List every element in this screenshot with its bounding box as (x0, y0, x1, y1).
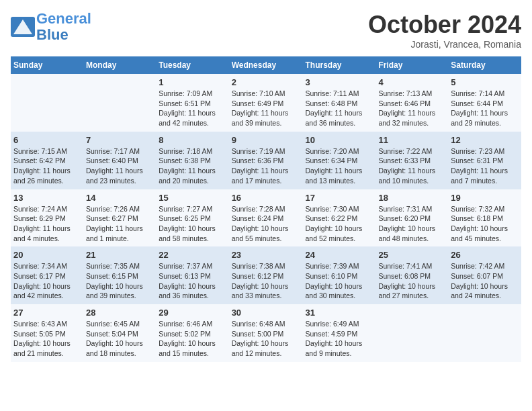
calendar-cell: 8Sunrise: 7:18 AMSunset: 6:38 PMDaylight… (156, 132, 228, 189)
calendar-cell: 14Sunrise: 7:26 AMSunset: 6:27 PMDayligh… (83, 189, 156, 247)
day-info: Sunrise: 7:39 AMSunset: 6:10 PMDaylight:… (306, 261, 373, 301)
calendar-cell: 25Sunrise: 7:41 AMSunset: 6:08 PMDayligh… (375, 246, 448, 304)
day-number: 8 (159, 135, 226, 145)
day-info: Sunrise: 6:45 AMSunset: 5:04 PMDaylight:… (86, 319, 153, 359)
day-number: 4 (378, 77, 445, 87)
calendar-cell: 2Sunrise: 7:10 AMSunset: 6:49 PMDaylight… (229, 74, 303, 132)
day-info: Sunrise: 7:11 AMSunset: 6:48 PMDaylight:… (306, 89, 373, 128)
day-number: 6 (13, 135, 81, 145)
title-block: October 2024 Jorasti, Vrancea, Romania (368, 11, 521, 50)
calendar-cell: 3Sunrise: 7:11 AMSunset: 6:48 PMDaylight… (303, 74, 376, 132)
day-number: 30 (232, 308, 300, 318)
calendar-cell (448, 304, 521, 362)
calendar-cell: 13Sunrise: 7:24 AMSunset: 6:29 PMDayligh… (11, 189, 83, 247)
calendar-cell: 18Sunrise: 7:31 AMSunset: 6:20 PMDayligh… (375, 189, 448, 247)
weekday-header-wednesday: Wednesday (229, 56, 303, 74)
calendar-cell: 31Sunrise: 6:49 AMSunset: 4:59 PMDayligh… (303, 304, 376, 362)
day-info: Sunrise: 7:42 AMSunset: 6:07 PMDaylight:… (451, 261, 519, 301)
calendar-cell: 30Sunrise: 6:48 AMSunset: 5:00 PMDayligh… (229, 304, 303, 362)
day-info: Sunrise: 7:38 AMSunset: 6:12 PMDaylight:… (232, 261, 300, 301)
calendar-cell: 26Sunrise: 7:42 AMSunset: 6:07 PMDayligh… (448, 246, 521, 304)
weekday-header-sunday: Sunday (11, 56, 83, 74)
calendar-cell: 23Sunrise: 7:38 AMSunset: 6:12 PMDayligh… (229, 246, 303, 304)
day-info: Sunrise: 7:19 AMSunset: 6:36 PMDaylight:… (232, 146, 300, 186)
day-info: Sunrise: 6:46 AMSunset: 5:02 PMDaylight:… (159, 319, 226, 359)
day-info: Sunrise: 7:17 AMSunset: 6:40 PMDaylight:… (86, 146, 153, 186)
day-number: 2 (232, 77, 300, 87)
day-number: 19 (451, 193, 519, 203)
calendar-cell: 20Sunrise: 7:34 AMSunset: 6:17 PMDayligh… (11, 246, 83, 304)
weekday-header-monday: Monday (83, 56, 156, 74)
day-number: 25 (378, 250, 445, 260)
day-info: Sunrise: 7:26 AMSunset: 6:27 PMDaylight:… (86, 204, 153, 244)
location-subtitle: Jorasti, Vrancea, Romania (368, 39, 521, 50)
day-info: Sunrise: 6:49 AMSunset: 4:59 PMDaylight:… (306, 319, 373, 359)
calendar-cell: 12Sunrise: 7:23 AMSunset: 6:31 PMDayligh… (448, 132, 521, 189)
day-info: Sunrise: 7:10 AMSunset: 6:49 PMDaylight:… (232, 89, 300, 128)
calendar-cell (11, 74, 83, 132)
day-number: 22 (159, 250, 226, 260)
day-number: 16 (232, 193, 300, 203)
day-number: 15 (159, 193, 226, 203)
calendar-cell: 19Sunrise: 7:32 AMSunset: 6:18 PMDayligh… (448, 189, 521, 247)
day-info: Sunrise: 7:15 AMSunset: 6:42 PMDaylight:… (13, 146, 81, 186)
logo-icon (11, 17, 35, 37)
calendar-cell: 27Sunrise: 6:43 AMSunset: 5:05 PMDayligh… (11, 304, 83, 362)
day-info: Sunrise: 7:23 AMSunset: 6:31 PMDaylight:… (451, 146, 519, 186)
day-info: Sunrise: 7:37 AMSunset: 6:13 PMDaylight:… (159, 261, 226, 301)
day-info: Sunrise: 7:22 AMSunset: 6:33 PMDaylight:… (378, 146, 445, 186)
weekday-header-saturday: Saturday (448, 56, 521, 74)
day-number: 26 (451, 250, 519, 260)
day-info: Sunrise: 7:31 AMSunset: 6:20 PMDaylight:… (378, 204, 445, 244)
calendar-week-5: 27Sunrise: 6:43 AMSunset: 5:05 PMDayligh… (11, 304, 521, 362)
calendar-cell (83, 74, 156, 132)
day-info: Sunrise: 7:13 AMSunset: 6:46 PMDaylight:… (378, 89, 445, 128)
day-number: 29 (159, 308, 226, 318)
calendar-body: 1Sunrise: 7:09 AMSunset: 6:51 PMDaylight… (11, 74, 521, 362)
day-number: 27 (13, 308, 81, 318)
calendar-cell: 29Sunrise: 6:46 AMSunset: 5:02 PMDayligh… (156, 304, 228, 362)
calendar-cell: 10Sunrise: 7:20 AMSunset: 6:34 PMDayligh… (303, 132, 376, 189)
weekday-header-tuesday: Tuesday (156, 56, 228, 74)
month-title: October 2024 (368, 11, 521, 39)
day-info: Sunrise: 7:35 AMSunset: 6:15 PMDaylight:… (86, 261, 153, 301)
day-info: Sunrise: 7:14 AMSunset: 6:44 PMDaylight:… (451, 89, 519, 128)
day-info: Sunrise: 7:18 AMSunset: 6:38 PMDaylight:… (159, 146, 226, 186)
weekday-header-friday: Friday (375, 56, 448, 74)
day-number: 1 (159, 77, 226, 87)
day-number: 31 (306, 308, 373, 318)
calendar-header: SundayMondayTuesdayWednesdayThursdayFrid… (11, 56, 521, 74)
day-info: Sunrise: 7:09 AMSunset: 6:51 PMDaylight:… (159, 89, 226, 128)
calendar-cell: 1Sunrise: 7:09 AMSunset: 6:51 PMDaylight… (156, 74, 228, 132)
day-number: 9 (232, 135, 300, 145)
calendar-cell (375, 304, 448, 362)
logo-line1: General (36, 10, 91, 27)
day-info: Sunrise: 7:24 AMSunset: 6:29 PMDaylight:… (13, 204, 81, 244)
calendar-cell: 7Sunrise: 7:17 AMSunset: 6:40 PMDaylight… (83, 132, 156, 189)
day-number: 23 (232, 250, 300, 260)
logo: General Blue (11, 11, 91, 43)
calendar-cell: 5Sunrise: 7:14 AMSunset: 6:44 PMDaylight… (448, 74, 521, 132)
calendar-cell: 11Sunrise: 7:22 AMSunset: 6:33 PMDayligh… (375, 132, 448, 189)
calendar-week-2: 6Sunrise: 7:15 AMSunset: 6:42 PMDaylight… (11, 132, 521, 189)
day-info: Sunrise: 7:20 AMSunset: 6:34 PMDaylight:… (306, 146, 373, 186)
calendar-cell: 9Sunrise: 7:19 AMSunset: 6:36 PMDaylight… (229, 132, 303, 189)
day-number: 12 (451, 135, 519, 145)
calendar-cell: 17Sunrise: 7:30 AMSunset: 6:22 PMDayligh… (303, 189, 376, 247)
day-number: 3 (306, 77, 373, 87)
day-info: Sunrise: 7:41 AMSunset: 6:08 PMDaylight:… (378, 261, 445, 301)
day-number: 18 (378, 193, 445, 203)
day-number: 5 (451, 77, 519, 87)
calendar-cell: 21Sunrise: 7:35 AMSunset: 6:15 PMDayligh… (83, 246, 156, 304)
day-number: 7 (86, 135, 153, 145)
day-number: 28 (86, 308, 153, 318)
weekday-header-row: SundayMondayTuesdayWednesdayThursdayFrid… (11, 56, 521, 74)
day-number: 17 (306, 193, 373, 203)
calendar-cell: 16Sunrise: 7:28 AMSunset: 6:24 PMDayligh… (229, 189, 303, 247)
day-info: Sunrise: 7:34 AMSunset: 6:17 PMDaylight:… (13, 261, 81, 301)
day-info: Sunrise: 6:48 AMSunset: 5:00 PMDaylight:… (232, 319, 300, 359)
day-number: 20 (13, 250, 81, 260)
calendar-table: SundayMondayTuesdayWednesdayThursdayFrid… (11, 56, 521, 362)
day-number: 24 (306, 250, 373, 260)
logo-text: General Blue (36, 11, 91, 43)
